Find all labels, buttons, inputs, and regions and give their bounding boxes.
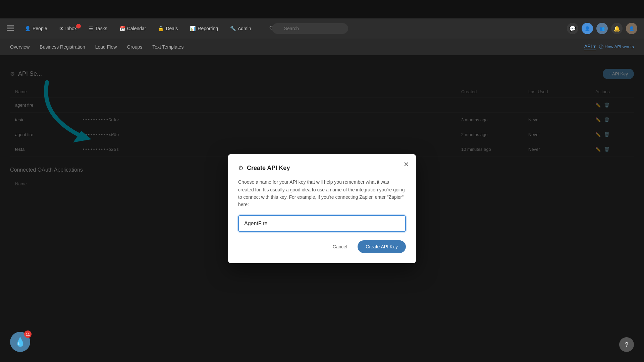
avatar-1[interactable]: 👤	[582, 23, 593, 34]
calendar-label: Calendar	[127, 26, 146, 31]
nav-item-reporting[interactable]: 📊 Reporting	[185, 23, 223, 34]
tasks-label: Tasks	[95, 26, 107, 31]
inbox-label: Inbox	[65, 26, 77, 31]
user-avatar[interactable]: 👤	[626, 23, 637, 34]
deals-label: Deals	[166, 26, 178, 31]
sub-nav-lead-flow[interactable]: Lead Flow	[95, 43, 117, 51]
sub-nav-business-reg[interactable]: Business Registration	[40, 43, 85, 51]
question-icon: ?	[625, 341, 628, 348]
nav-item-calendar[interactable]: 📅 Calendar	[115, 23, 151, 34]
modal-footer: Cancel Create API Key	[238, 240, 406, 253]
nav-bar: 👤 People ✉ Inbox ☰ Tasks 📅 Calendar 🔒 De…	[0, 18, 644, 39]
create-api-key-modal: ⚙ Create API Key ✕ Choose a name for you…	[228, 154, 416, 263]
chat-icon-btn[interactable]: 💬	[567, 23, 578, 34]
people-label: People	[33, 26, 47, 31]
chat-bubble-icon: 💧	[15, 337, 25, 347]
sub-nav-api[interactable]: API ▾	[584, 44, 596, 50]
svg-rect-1	[7, 27, 14, 28]
create-api-key-submit-button[interactable]: Create API Key	[358, 240, 406, 253]
modal-close-button[interactable]: ✕	[404, 161, 409, 168]
chat-badge[interactable]: 💧 11	[10, 332, 30, 352]
modal-overlay[interactable]: ⚙ Create API Key ✕ Choose a name for you…	[0, 55, 644, 362]
top-bar	[0, 0, 644, 18]
calendar-icon: 📅	[119, 26, 125, 31]
how-api-works-label: How API works	[605, 44, 634, 49]
modal-title: Create API Key	[247, 165, 290, 172]
svg-rect-0	[7, 25, 14, 26]
api-label: API	[584, 44, 592, 49]
deals-icon: 🔒	[158, 26, 164, 31]
nav-logo-icon[interactable]	[7, 25, 14, 33]
inbox-badge	[76, 24, 81, 28]
nav-item-inbox[interactable]: ✉ Inbox	[55, 23, 82, 34]
sub-nav-overview[interactable]: Overview	[10, 43, 30, 51]
tasks-icon: ☰	[89, 26, 93, 31]
sub-nav-groups[interactable]: Groups	[127, 43, 142, 51]
sub-nav-text-templates[interactable]: Text Templates	[152, 43, 183, 51]
chat-badge-count: 11	[24, 330, 32, 338]
people-icon: 👤	[25, 26, 31, 31]
info-icon: ⓘ	[599, 44, 603, 50]
modal-gear-icon: ⚙	[238, 164, 244, 172]
main-content: ⚙ API Se... + API Key Name Created Last …	[0, 55, 644, 362]
modal-header: ⚙ Create API Key	[238, 164, 406, 172]
nav-item-tasks[interactable]: ☰ Tasks	[84, 23, 112, 34]
nav-item-people[interactable]: 👤 People	[20, 23, 52, 34]
search-input[interactable]	[272, 23, 348, 34]
search-container	[265, 23, 399, 34]
inbox-icon: ✉	[59, 26, 63, 31]
help-button[interactable]: ?	[619, 337, 634, 352]
avatar-2[interactable]: 👥	[596, 23, 608, 34]
nav-item-deals[interactable]: 🔒 Deals	[153, 23, 182, 34]
reporting-label: Reporting	[198, 26, 218, 31]
svg-rect-2	[7, 30, 14, 31]
nav-item-admin[interactable]: 🔧 Admin	[225, 23, 256, 34]
api-key-name-input[interactable]	[238, 215, 406, 232]
notifications-icon-btn[interactable]: 🔔	[611, 23, 623, 34]
admin-label: Admin	[238, 26, 251, 31]
how-api-works-link[interactable]: ⓘ How API works	[599, 44, 634, 50]
reporting-icon: 📊	[190, 26, 196, 31]
admin-icon: 🔧	[230, 26, 236, 31]
cancel-button[interactable]: Cancel	[327, 241, 353, 253]
sub-nav: Overview Business Registration Lead Flow…	[0, 39, 644, 55]
nav-right-icons: 💬 👤 👥 🔔 👤	[567, 23, 637, 34]
chevron-down-icon: ▾	[593, 44, 596, 49]
modal-description: Choose a name for your API key that will…	[238, 178, 406, 208]
sub-nav-right: API ▾ ⓘ How API works	[584, 44, 634, 50]
